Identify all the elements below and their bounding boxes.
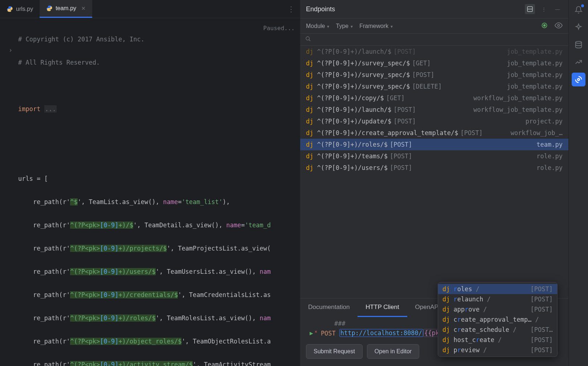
autocomplete-item[interactable]: djapprove/[POST] (438, 304, 557, 314)
autocomplete-item[interactable]: djhost_create/[POST] (438, 335, 557, 345)
autocomplete-label: preview (453, 346, 479, 354)
framework-badge: dj (306, 118, 313, 125)
layout-icon[interactable] (525, 4, 535, 14)
tab-http-client[interactable]: HTTP Client (358, 298, 407, 317)
framework-badge: dj (306, 94, 313, 102)
endpoint-row[interactable]: dj^(?P[0-9]+)/roles/$[POST]team.py (300, 139, 568, 150)
endpoints-search[interactable] (300, 34, 568, 46)
tab-overflow-menu[interactable]: ⋮ (282, 5, 300, 13)
target-icon[interactable] (541, 22, 548, 30)
filter-framework[interactable]: Framework (359, 23, 393, 29)
svg-line-6 (309, 40, 310, 41)
ai-icon[interactable] (572, 20, 585, 34)
endpoint-row[interactable]: dj^(?P[0-9]+)/create_approval_template/$… (300, 127, 568, 139)
tab-documentation[interactable]: Documentation (300, 298, 358, 317)
chevron-down-icon (391, 23, 393, 29)
search-icon (305, 36, 311, 43)
svg-point-3 (544, 25, 546, 27)
python-icon (7, 6, 13, 12)
open-in-editor-button[interactable]: Open in Editor (367, 344, 419, 359)
editor-gutter: › (0, 18, 18, 366)
endpoint-method: [POST] (390, 164, 412, 171)
filter-type[interactable]: Type (336, 23, 353, 29)
editor-tabs-bar: urls.py team.py ✕ ⋮ (0, 0, 300, 18)
eye-icon[interactable] (555, 21, 563, 30)
endpoint-path: ^(?P[0-9]+)/launch/$ (317, 106, 391, 113)
autocomplete-popup: djroles/[POST]djrelaunch/[POST]djapprove… (438, 282, 558, 357)
endpoint-file: workflow_job_… (511, 129, 563, 137)
autocomplete-label: host_create (453, 336, 494, 343)
cancel-icon[interactable]: ✕ (315, 329, 317, 334)
framework-badge: dj (306, 141, 313, 148)
endpoint-method: [GET] (386, 94, 405, 102)
endpoints-list: dj^(?P[0-9]+)/launch/$[POST]job_template… (300, 46, 568, 298)
endpoints-tool-icon[interactable] (572, 73, 585, 86)
endpoint-file: role.py (536, 164, 563, 171)
endpoint-method: [POST] (393, 118, 416, 125)
file-tab-urls[interactable]: urls.py (0, 0, 40, 18)
kebab-menu-icon[interactable]: ⋮ (539, 4, 549, 14)
chevron-down-icon (327, 23, 329, 29)
endpoint-path: ^(?P[0-9]+)/survey_spec/$ (317, 83, 410, 90)
endpoint-method: [GET] (412, 60, 430, 67)
notifications-icon[interactable] (572, 3, 585, 17)
right-toolbar (568, 0, 588, 366)
framework-badge: dj (306, 48, 313, 55)
tab-label: team.py (56, 5, 76, 12)
autocomplete-item[interactable]: djcreate_schedule/[POST… (438, 325, 557, 335)
endpoint-method: [POST] (393, 48, 416, 55)
autocomplete-label: roles (453, 285, 472, 293)
endpoint-row[interactable]: dj^(?P[0-9]+)/survey_spec/$[GET]job_temp… (300, 57, 568, 69)
chevron-down-icon (351, 23, 353, 29)
fold-icon[interactable]: › (0, 44, 18, 56)
database-icon[interactable] (572, 38, 585, 52)
autocomplete-label: relaunch (453, 296, 483, 303)
endpoint-path: ^(?P[0-9]+)/teams/$ (317, 152, 387, 160)
endpoint-file: job_template.py (507, 83, 563, 90)
autocomplete-item[interactable]: djroles/[POST] (438, 284, 557, 294)
endpoint-file: role.py (536, 152, 563, 160)
endpoint-file: job_template.py (507, 71, 563, 78)
autocomplete-item[interactable]: djcreate_approval_temp…/ (438, 314, 557, 325)
framework-badge: dj (306, 60, 313, 67)
python-icon (46, 5, 53, 12)
endpoint-row[interactable]: dj^(?P[0-9]+)/teams/$[POST]role.py (300, 150, 568, 162)
endpoints-tool-window: Endpoints ⋮ — Module Type Framework dj^(… (300, 0, 568, 366)
autocomplete-item[interactable]: djrelaunch/[POST] (438, 294, 557, 304)
endpoint-row[interactable]: dj^(?P[0-9]+)/survey_spec/$[DELETE]job_t… (300, 81, 568, 92)
endpoints-title: Endpoints (306, 5, 521, 13)
framework-badge: dj (306, 164, 313, 171)
svg-point-8 (577, 78, 580, 81)
autocomplete-method: [POST] (531, 296, 553, 303)
endpoint-path: ^(?P[0-9]+)/roles/$ (317, 141, 387, 148)
minimize-icon[interactable]: — (552, 4, 563, 14)
autocomplete-label: create_schedule (453, 326, 509, 333)
endpoint-row[interactable]: dj^(?P[0-9]+)/update/$[POST]project.py (300, 115, 568, 127)
endpoint-row[interactable]: dj^(?P[0-9]+)/users/$[POST]role.py (300, 162, 568, 174)
framework-badge: dj (306, 129, 313, 137)
endpoint-row[interactable]: dj^(?P[0-9]+)/survey_spec/$[POST]job_tem… (300, 69, 568, 81)
run-icon[interactable]: ▶ (310, 330, 313, 337)
endpoint-path: ^(?P[0-9]+)/create_approval_template/$ (317, 129, 458, 137)
endpoint-row[interactable]: dj^(?P[0-9]+)/copy/$[GET]workflow_job_te… (300, 92, 568, 104)
framework-badge: dj (442, 285, 450, 293)
submit-request-button[interactable]: Submit Request (306, 344, 363, 359)
svg-point-4 (558, 24, 560, 27)
autocomplete-label: create_approval_temp… (453, 316, 531, 323)
autocomplete-item[interactable]: djpreview/[POST] (438, 345, 557, 355)
endpoint-method: [POST] (393, 106, 416, 113)
endpoints-filters: Module Type Framework (300, 18, 568, 34)
framework-badge: dj (442, 346, 450, 354)
framework-badge: dj (306, 152, 313, 160)
framework-badge: dj (442, 326, 450, 333)
endpoint-row[interactable]: dj^(?P[0-9]+)/launch/$[POST]workflow_job… (300, 104, 568, 115)
code-editor[interactable]: Paused... › # Copyright (c) 2017 Ansible… (0, 18, 300, 366)
chart-icon[interactable] (572, 55, 585, 69)
comment-line: # All Rights Reserved. (18, 59, 100, 66)
file-tab-team[interactable]: team.py ✕ (40, 0, 92, 18)
filter-module[interactable]: Module (306, 23, 329, 29)
endpoint-row[interactable]: dj^(?P[0-9]+)/launch/$[POST]job_template… (300, 46, 568, 57)
http-method: POST (321, 330, 336, 337)
close-tab-icon[interactable]: ✕ (81, 5, 86, 11)
framework-badge: dj (442, 296, 450, 303)
